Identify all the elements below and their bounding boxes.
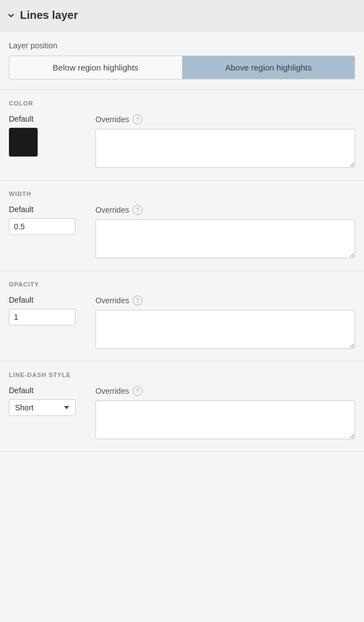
line-dash-field-left: Default Short Long Solid Dashed — [9, 386, 87, 416]
color-help-icon[interactable]: ? — [133, 114, 143, 124]
panel-header: Lines layer — [0, 0, 364, 31]
layer-position-label: Layer position — [9, 41, 355, 50]
layer-position-section: Layer position Below region highlights A… — [0, 31, 364, 90]
line-dash-help-icon[interactable]: ? — [133, 386, 143, 396]
color-field-right: Overrides ? — [95, 114, 355, 170]
opacity-overrides-textarea[interactable] — [95, 310, 355, 349]
line-dash-dropdown[interactable]: Short Long Solid Dashed — [9, 399, 75, 416]
width-default-input[interactable] — [9, 218, 75, 235]
opacity-field-left: Default — [9, 295, 87, 325]
opacity-section: OPACITY Default Overrides ? — [0, 271, 364, 362]
opacity-section-title: OPACITY — [9, 281, 355, 288]
line-dash-section: LINE-DASH STYLE Default Short Long Solid… — [0, 362, 364, 452]
opacity-default-input[interactable] — [9, 309, 75, 325]
above-region-button[interactable]: Above region highlights — [183, 56, 355, 79]
line-dash-default-label: Default — [9, 386, 87, 395]
line-dash-section-title: LINE-DASH STYLE — [9, 372, 355, 378]
collapse-icon[interactable] — [7, 11, 16, 20]
width-section: WIDTH Default Overrides ? — [0, 180, 364, 271]
color-swatch[interactable] — [9, 128, 38, 157]
panel-title: Lines layer — [20, 9, 78, 22]
color-field-left: Default — [9, 114, 87, 157]
width-default-label: Default — [9, 205, 87, 214]
opacity-help-icon[interactable]: ? — [133, 295, 143, 305]
width-field-left: Default — [9, 205, 87, 235]
opacity-default-label: Default — [9, 295, 87, 304]
color-overrides-textarea[interactable] — [95, 129, 355, 168]
panel: Lines layer Layer position Below region … — [0, 0, 364, 452]
line-dash-overrides-textarea[interactable] — [95, 400, 355, 439]
opacity-overrides-label: Overrides ? — [95, 295, 355, 305]
line-dash-field-right: Overrides ? — [95, 386, 355, 442]
line-dash-field-row: Default Short Long Solid Dashed Override… — [9, 386, 355, 442]
width-field-row: Default Overrides ? — [9, 205, 355, 260]
width-overrides-textarea[interactable] — [95, 219, 355, 258]
color-field-row: Default Overrides ? — [9, 114, 355, 170]
width-overrides-label: Overrides ? — [95, 205, 355, 215]
color-default-label: Default — [9, 114, 87, 123]
toggle-group: Below region highlights Above region hig… — [9, 56, 355, 79]
color-overrides-label: Overrides ? — [95, 114, 355, 124]
color-section: COLOR Default Overrides ? — [0, 90, 364, 180]
line-dash-overrides-label: Overrides ? — [95, 386, 355, 396]
color-section-title: COLOR — [9, 100, 355, 107]
opacity-field-right: Overrides ? — [95, 295, 355, 351]
width-field-right: Overrides ? — [95, 205, 355, 260]
width-section-title: WIDTH — [9, 190, 355, 197]
width-help-icon[interactable]: ? — [133, 205, 143, 215]
below-region-button[interactable]: Below region highlights — [9, 56, 182, 79]
opacity-field-row: Default Overrides ? — [9, 295, 355, 351]
